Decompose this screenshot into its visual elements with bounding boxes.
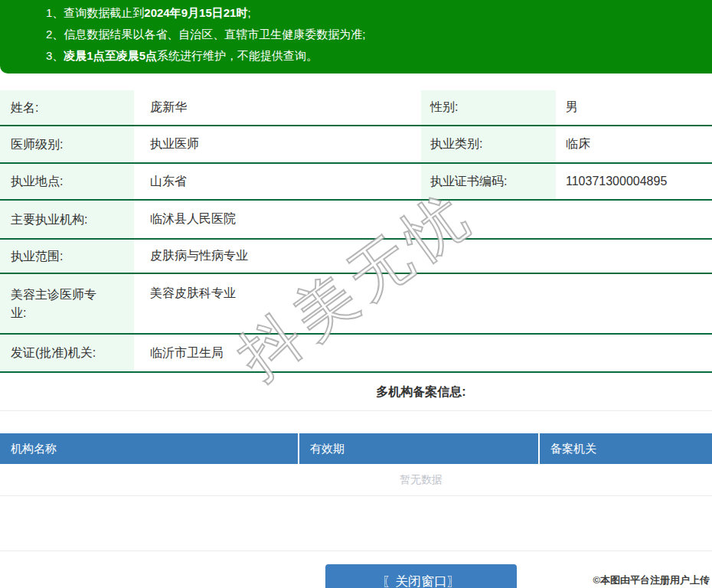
content-container: 1、查询数据截止到2024年9月15日21时; 2、信息数据结果以各省、自治区、…	[0, 0, 712, 588]
field-value-location: 山东省	[134, 164, 421, 199]
divider	[0, 550, 712, 551]
field-label-cert-number: 执业证书编码:	[421, 164, 556, 199]
field-value-name: 庞新华	[134, 90, 421, 125]
notice-text: 3、	[46, 49, 64, 62]
field-value-issuing-authority: 临沂市卫生局	[134, 335, 712, 371]
notice-text: 2、信息数据结果以各省、自治区、直辖市卫生健康委数据为准;	[46, 28, 366, 41]
field-value-cosmetic-specialty: 美容皮肤科专业	[134, 274, 712, 333]
notice-bold-text: 2024年9月15日21时	[144, 6, 247, 19]
column-header-validity: 有效期	[298, 433, 538, 464]
field-label-category: 执业类别:	[421, 126, 556, 162]
field-value-category: 临床	[556, 126, 712, 162]
table-row: 医师级别: 执业医师 执业类别: 临床	[0, 126, 712, 164]
table-row: 执业地点: 山东省 执业证书编码: 110371300004895	[0, 164, 712, 201]
field-label-main-institution: 主要执业机构:	[0, 201, 134, 238]
notice-text: ;	[247, 6, 250, 19]
field-value-gender: 男	[556, 90, 712, 125]
field-label-level: 医师级别:	[0, 126, 134, 162]
query-result-page: 1、查询数据截止到2024年9月15日21时; 2、信息数据结果以各省、自治区、…	[0, 0, 712, 588]
filing-table-header: 机构名称 有效期 备案机关	[0, 433, 712, 464]
notice-item-1: 1、查询数据截止到2024年9月15日21时;	[46, 2, 712, 24]
field-value-cert-number: 110371300004895	[556, 164, 712, 199]
filing-section-title: 多机构备案信息:	[0, 384, 712, 400]
field-value-level: 执业医师	[134, 126, 421, 162]
field-value-practice-scope: 皮肤病与性病专业	[134, 240, 712, 273]
field-label-gender: 性别:	[421, 90, 556, 125]
table-row: 执业范围: 皮肤病与性病专业	[0, 240, 712, 274]
physician-profile-table: 姓名: 庞新华 性别: 男 医师级别: 执业医师 执业类别: 临床 执业地点: …	[0, 90, 712, 373]
table-row: 发证(批准)机关: 临沂市卫生局	[0, 335, 712, 373]
notice-text: 系统进行维护，不能提供查询。	[157, 49, 318, 62]
notice-text: 1、查询数据截止到	[46, 6, 144, 19]
field-label-practice-scope: 执业范围:	[0, 240, 134, 273]
column-header-institution: 机构名称	[0, 433, 298, 464]
field-value-main-institution: 临沭县人民医院	[134, 201, 712, 238]
notice-item-2: 2、信息数据结果以各省、自治区、直辖市卫生健康委数据为准;	[46, 24, 712, 45]
notice-bold-text: 凌晨1点至凌晨5点	[64, 49, 157, 62]
table-row: 姓名: 庞新华 性别: 男	[0, 90, 712, 126]
table-row: 主要执业机构: 临沭县人民医院	[0, 201, 712, 240]
notice-item-3: 3、凌晨1点至凌晨5点系统进行维护，不能提供查询。	[46, 45, 712, 67]
close-window-button[interactable]: 〖关闭窗口〗	[325, 564, 517, 588]
corner-watermark: ©本图由平台注册用户上传	[593, 573, 710, 587]
field-label-issuing-authority: 发证(批准)机关:	[0, 335, 134, 371]
field-label-location: 执业地点:	[0, 164, 134, 199]
divider	[0, 410, 712, 411]
field-label-cosmetic-specialty: 美容主诊医师专业:	[0, 274, 134, 333]
column-header-authority: 备案机关	[538, 433, 712, 464]
notice-banner: 1、查询数据截止到2024年9月15日21时; 2、信息数据结果以各省、自治区、…	[0, 0, 712, 74]
empty-data-message: 暂无数据	[0, 464, 712, 496]
field-label-name: 姓名:	[0, 90, 134, 125]
table-row: 美容主诊医师专业: 美容皮肤科专业	[0, 274, 712, 335]
